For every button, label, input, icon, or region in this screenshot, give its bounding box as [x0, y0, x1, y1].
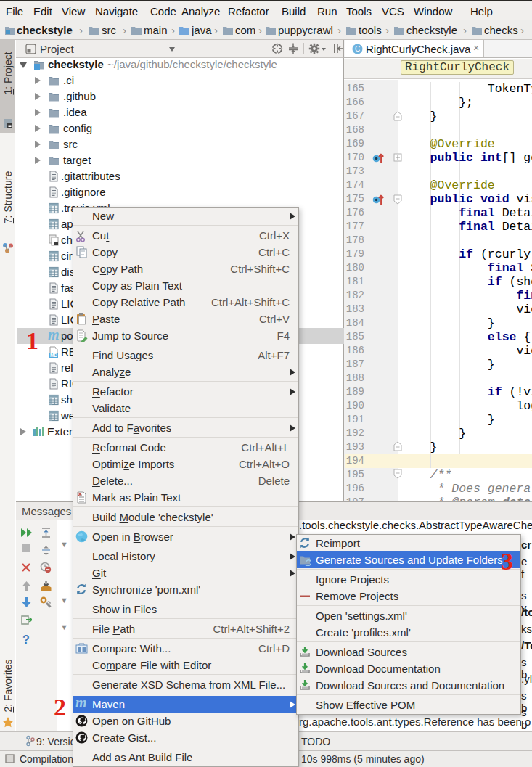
svg-text:C: C: [355, 45, 360, 53]
